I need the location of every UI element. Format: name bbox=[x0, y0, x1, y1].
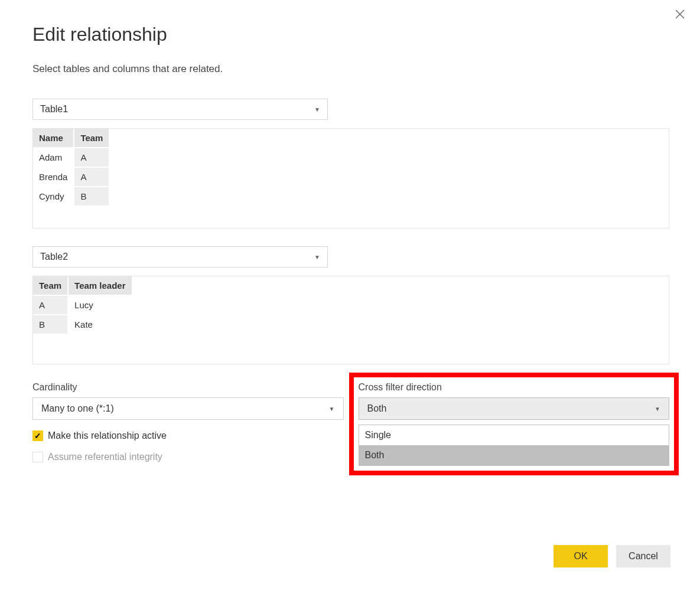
cardinality-value: Many to one (*:1) bbox=[41, 403, 114, 414]
referential-checkbox-row: Assume referential integrity bbox=[32, 452, 344, 462]
caret-down-icon: ▼ bbox=[314, 106, 320, 113]
dialog-footer: OK Cancel bbox=[554, 545, 670, 567]
table2-select[interactable]: Table2 ▼ bbox=[32, 246, 328, 267]
cardinality-select[interactable]: Many to one (*:1) ▼ bbox=[32, 397, 344, 420]
cross-filter-column: Cross filter direction Both ▼ Single Bot… bbox=[359, 382, 670, 462]
cross-filter-value: Both bbox=[367, 403, 387, 414]
checkbox-empty-icon bbox=[32, 452, 43, 462]
table2-select-value: Table2 bbox=[40, 252, 68, 262]
cross-filter-option-both[interactable]: Both bbox=[359, 445, 669, 465]
dialog-title: Edit relationship bbox=[32, 24, 668, 45]
table-row: A Lucy bbox=[33, 295, 132, 315]
caret-down-icon: ▼ bbox=[329, 406, 335, 412]
checkmark-icon: ✓ bbox=[32, 430, 43, 441]
options-row: Cardinality Many to one (*:1) ▼ ✓ Make t… bbox=[32, 382, 669, 462]
cross-filter-label: Cross filter direction bbox=[359, 382, 670, 393]
table1-select-value: Table1 bbox=[40, 104, 68, 115]
ok-button[interactable]: OK bbox=[554, 545, 608, 567]
table1-header[interactable]: Team bbox=[74, 129, 109, 148]
table-row: Adam A bbox=[33, 148, 109, 167]
cross-filter-option-single[interactable]: Single bbox=[359, 425, 669, 445]
table2-data[interactable]: Team Team leader A Lucy B Kate bbox=[33, 276, 133, 335]
table1-preview: Name Team Adam A Brenda A Cyndy B bbox=[32, 128, 669, 229]
table2-preview: Team Team leader A Lucy B Kate bbox=[32, 276, 669, 364]
cell[interactable]: B bbox=[74, 187, 109, 206]
cell[interactable]: A bbox=[74, 148, 109, 167]
cell[interactable]: Lucy bbox=[68, 295, 132, 315]
table1-header[interactable]: Name bbox=[33, 129, 74, 148]
cell[interactable]: B bbox=[33, 315, 68, 334]
cancel-button[interactable]: Cancel bbox=[616, 545, 670, 567]
cell[interactable]: Adam bbox=[33, 148, 74, 167]
edit-relationship-dialog: Edit relationship Select tables and colu… bbox=[0, 0, 700, 597]
caret-down-icon: ▼ bbox=[655, 406, 660, 412]
table1-select[interactable]: Table1 ▼ bbox=[32, 99, 328, 120]
cardinality-column: Cardinality Many to one (*:1) ▼ ✓ Make t… bbox=[32, 382, 344, 462]
cell[interactable]: Cyndy bbox=[33, 187, 74, 206]
table-row: Cyndy B bbox=[33, 187, 109, 206]
table-row: B Kate bbox=[33, 315, 132, 334]
table2-header[interactable]: Team leader bbox=[68, 276, 132, 295]
cell[interactable]: A bbox=[74, 167, 109, 187]
cross-filter-dropdown: Single Both bbox=[359, 425, 670, 466]
table-row: Brenda A bbox=[33, 167, 109, 187]
cardinality-label: Cardinality bbox=[32, 382, 344, 393]
caret-down-icon: ▼ bbox=[314, 254, 320, 260]
dialog-subtitle: Select tables and columns that are relat… bbox=[32, 63, 668, 75]
table2-header[interactable]: Team bbox=[33, 276, 68, 295]
cell[interactable]: Kate bbox=[68, 315, 132, 334]
cross-filter-select[interactable]: Both ▼ bbox=[359, 397, 670, 420]
table1-data[interactable]: Name Team Adam A Brenda A Cyndy B bbox=[33, 129, 110, 207]
cell[interactable]: A bbox=[33, 295, 68, 315]
active-checkbox-row[interactable]: ✓ Make this relationship active bbox=[32, 430, 344, 441]
cell[interactable]: Brenda bbox=[33, 167, 74, 187]
referential-checkbox-label: Assume referential integrity bbox=[48, 452, 162, 462]
active-checkbox-label: Make this relationship active bbox=[48, 430, 167, 441]
close-icon bbox=[674, 8, 686, 20]
close-button[interactable] bbox=[674, 8, 688, 22]
